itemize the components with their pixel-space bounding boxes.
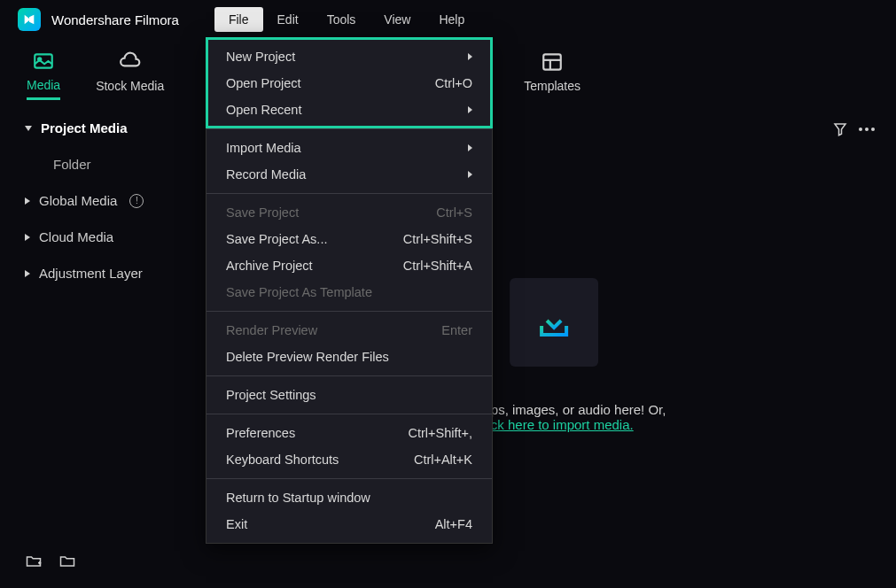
menu-separator — [206, 128, 492, 129]
menu-item-project-settings[interactable]: Project Settings — [206, 382, 492, 408]
menubar: File Edit Tools View Help — [214, 7, 479, 32]
import-icon — [510, 278, 598, 367]
menu-help[interactable]: Help — [425, 7, 479, 32]
titlebar: Wondershare Filmora File Edit Tools View… — [0, 0, 896, 39]
filter-icon[interactable] — [832, 121, 848, 137]
tab-label: Media — [27, 78, 60, 92]
menu-view[interactable]: View — [370, 7, 425, 32]
sidebar-label: Folder — [53, 157, 91, 172]
tab-label: Stock Media — [96, 79, 164, 93]
menu-item-label: Save Project As... — [226, 232, 327, 246]
chevron-right-icon — [468, 171, 472, 178]
menu-item-label: Exit — [226, 517, 247, 531]
menu-item-label: Archive Project — [226, 259, 313, 273]
menu-item-delete-preview-render-files[interactable]: Delete Preview Render Files — [206, 344, 492, 370]
sidebar-cloud-media[interactable]: Cloud Media — [0, 219, 213, 255]
sidebar: Project Media Folder Global Media ! Clou… — [0, 110, 213, 588]
caret-right-icon — [25, 270, 30, 277]
menu-item-record-media[interactable]: Record Media — [206, 161, 492, 188]
app-logo — [18, 8, 41, 31]
menu-item-shortcut: Ctrl+O — [435, 76, 472, 90]
menu-separator — [206, 414, 492, 414]
menu-item-preferences[interactable]: PreferencesCtrl+Shift+, — [206, 420, 492, 446]
menu-item-exit[interactable]: ExitAlt+F4 — [206, 511, 492, 538]
menu-separator — [206, 193, 492, 194]
menu-item-label: Save Project — [226, 205, 299, 220]
menu-item-label: Render Preview — [226, 323, 317, 337]
menu-item-label: Preferences — [226, 426, 295, 440]
new-folder-icon[interactable] — [25, 553, 43, 570]
menu-item-label: Open Recent — [226, 103, 301, 117]
more-icon[interactable] — [859, 128, 875, 131]
sidebar-label: Cloud Media — [39, 229, 113, 244]
menu-item-open-project[interactable]: Open ProjectCtrl+O — [206, 70, 492, 97]
sidebar-bottom-tools — [25, 553, 76, 570]
menu-item-label: Delete Preview Render Files — [226, 350, 389, 364]
menu-item-new-project[interactable]: New Project — [206, 43, 492, 70]
templates-icon — [541, 50, 564, 74]
menu-item-shortcut: Ctrl+S — [436, 205, 472, 220]
menu-item-label: Import Media — [226, 141, 301, 155]
menu-item-label: New Project — [226, 50, 295, 64]
chevron-right-icon — [468, 144, 472, 151]
sidebar-label: Adjustment Layer — [39, 266, 143, 281]
sidebar-project-media[interactable]: Project Media — [0, 110, 213, 146]
menu-edit[interactable]: Edit — [263, 7, 313, 32]
tab-stock-media[interactable]: Stock Media — [96, 50, 164, 98]
caret-right-icon — [25, 234, 30, 241]
filmora-icon — [22, 12, 36, 27]
info-icon: ! — [129, 194, 144, 208]
sidebar-label: Global Media — [39, 193, 117, 208]
menu-item-label: Project Settings — [226, 388, 316, 402]
menu-separator — [206, 311, 492, 312]
menu-item-save-project-as[interactable]: Save Project As...Ctrl+Shift+S — [206, 226, 492, 252]
menu-item-label: Keyboard Shortcuts — [226, 453, 339, 467]
menu-item-open-recent[interactable]: Open Recent — [206, 97, 492, 123]
tab-label: Templates — [524, 79, 580, 93]
menu-separator — [206, 375, 492, 376]
sidebar-adjustment-layer[interactable]: Adjustment Layer — [0, 255, 213, 291]
menu-item-shortcut: Enter — [441, 323, 472, 337]
caret-down-icon — [25, 126, 32, 131]
folder-icon[interactable] — [58, 553, 76, 570]
menu-item-shortcut: Ctrl+Alt+K — [414, 453, 472, 467]
sidebar-label: Project Media — [41, 120, 128, 135]
tab-media[interactable]: Media — [27, 50, 60, 100]
app-title: Wondershare Filmora — [51, 12, 179, 27]
import-link[interactable]: Click here to import media. — [475, 417, 633, 432]
menu-separator — [206, 478, 492, 479]
menu-item-return-to-startup-window[interactable]: Return to Startup window — [206, 484, 492, 511]
menu-item-save-project-as-template: Save Project As Template — [206, 279, 492, 306]
menu-item-import-media[interactable]: Import Media — [206, 135, 492, 161]
caret-right-icon — [25, 197, 30, 205]
sidebar-global-media[interactable]: Global Media ! — [0, 182, 213, 219]
chevron-right-icon — [468, 106, 472, 113]
menu-item-shortcut: Ctrl+Shift+A — [403, 259, 472, 273]
menu-tools[interactable]: Tools — [313, 7, 370, 32]
menu-item-label: Open Project — [226, 76, 301, 90]
tab-templates[interactable]: Templates — [524, 50, 580, 98]
svg-rect-2 — [543, 54, 561, 69]
menu-item-keyboard-shortcuts[interactable]: Keyboard ShortcutsCtrl+Alt+K — [206, 446, 492, 473]
media-icon — [32, 50, 55, 73]
menu-item-shortcut: Ctrl+Shift+, — [408, 426, 472, 440]
menu-item-label: Record Media — [226, 167, 306, 182]
sidebar-folder[interactable]: Folder — [0, 146, 213, 182]
menu-item-shortcut: Ctrl+Shift+S — [403, 232, 472, 246]
menu-item-label: Save Project As Template — [226, 285, 372, 299]
chevron-right-icon — [468, 53, 472, 60]
cloud-icon — [119, 50, 142, 74]
menu-file[interactable]: File — [214, 7, 263, 32]
menu-item-archive-project[interactable]: Archive ProjectCtrl+Shift+A — [206, 252, 492, 279]
menu-item-render-preview: Render PreviewEnter — [206, 317, 492, 344]
menu-item-label: Return to Startup window — [226, 491, 370, 505]
menu-item-shortcut: Alt+F4 — [435, 517, 472, 531]
file-menu-dropdown: New ProjectOpen ProjectCtrl+OOpen Recent… — [206, 37, 493, 544]
menu-item-save-project: Save ProjectCtrl+S — [206, 199, 492, 226]
